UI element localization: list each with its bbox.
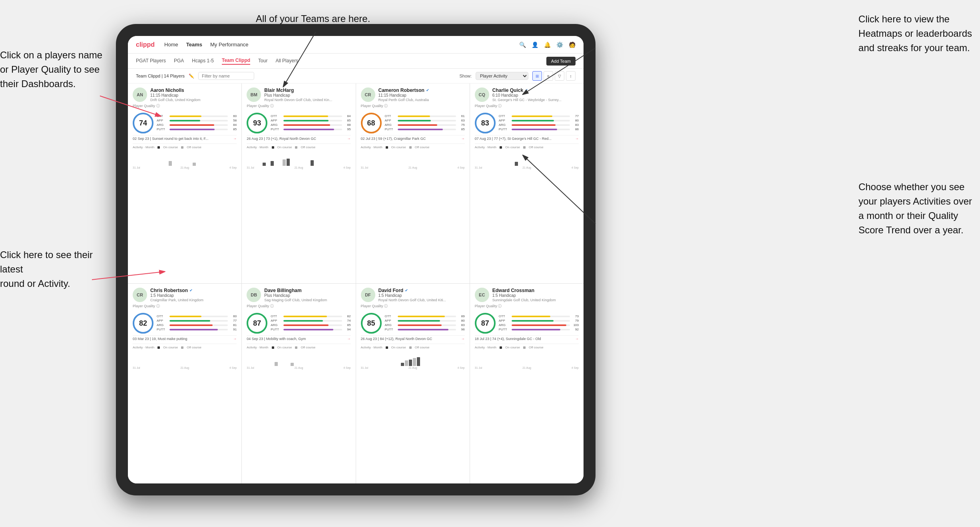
player-avatar: BM <box>247 88 261 102</box>
stat-row: APP 85 <box>271 119 351 122</box>
quality-score[interactable]: 82 <box>133 313 153 334</box>
recent-round[interactable]: 02 Jul 23 | 59 (+17), Craigmillar Park G… <box>361 135 465 142</box>
tab-pgat-players[interactable]: PGAT Players <box>136 58 166 64</box>
profile-icon[interactable]: 👤 <box>532 42 538 48</box>
sort-button[interactable]: ↕ <box>566 71 576 81</box>
stat-row: APP 80 <box>499 119 579 122</box>
ipad-screen: clippd Home Teams My Performance 🔍 👤 🔔 ⚙… <box>128 36 584 483</box>
stat-row: ARG 83 <box>499 123 579 127</box>
recent-round[interactable]: 02 Sep 23 | Sunset round to get back int… <box>133 135 237 142</box>
quality-label: Player Quality ⓘ <box>133 304 237 309</box>
player-card: AN Aaron Nicholls 11:15 Handicap Drift G… <box>128 84 241 283</box>
tab-team-clippd[interactable]: Team Clippd <box>222 58 250 65</box>
chart-labels: 31 Jul 21 Aug 4 Sep <box>133 366 237 369</box>
player-name[interactable]: Chris Robertson ✔ <box>150 288 237 293</box>
add-team-button[interactable]: Add Team <box>546 57 576 66</box>
stat-row: ARG 75 <box>385 123 465 127</box>
quality-label: Player Quality ⓘ <box>247 304 351 309</box>
stat-row: ARG 83 <box>385 323 465 327</box>
player-header: BM Blair McHarg Plus Handicap Royal Nort… <box>247 88 351 102</box>
player-club: Craigmillar Park, United Kingdom <box>150 298 237 302</box>
chart-bar <box>263 163 266 166</box>
stat-row: OTT 84 <box>271 114 351 118</box>
grid-view-button[interactable]: ⊞ <box>532 71 542 81</box>
player-card: EC Edward Crossman 1:5 Handicap Sunningd… <box>470 284 584 483</box>
stat-row: PUTT 86 <box>499 127 579 131</box>
quality-score[interactable]: 74 <box>133 113 153 133</box>
player-card: CR Chris Robertson ✔ 1:5 Handicap Craigm… <box>128 284 241 483</box>
quality-section: 83 OTT 77 APP 80 ARG 83 PUTT <box>475 113 579 133</box>
search-icon[interactable]: 🔍 <box>519 42 526 48</box>
on-course-dot <box>157 146 160 149</box>
player-header: CR Cameron Robertson ✔ 11:15 Handicap Ro… <box>361 88 465 102</box>
annotation-top-center: All of your Teams are here. <box>256 12 370 26</box>
stat-row: ARG 81 <box>157 323 237 327</box>
activity-section: Activity · Month On course Off course 31… <box>247 143 351 169</box>
quality-section: 74 OTT 60 APP 58 ARG 84 PUTT <box>133 113 237 133</box>
quality-score[interactable]: 93 <box>247 113 267 133</box>
player-card: DF David Ford ✔ 1:5 Handicap Royal North… <box>356 284 470 483</box>
stat-row: PUTT 85 <box>157 127 237 131</box>
player-name[interactable]: Cameron Robertson ✔ <box>378 88 465 93</box>
activity-chart <box>133 350 237 366</box>
player-avatar: CQ <box>475 88 489 102</box>
quality-score[interactable]: 68 <box>361 113 382 133</box>
recent-round[interactable]: 04 Sep 23 | Mobility with coach, Gym → <box>247 335 351 342</box>
team-label: Team Clippd | 14 Players <box>136 74 185 78</box>
tab-pga[interactable]: PGA <box>174 58 184 64</box>
player-header: DF David Ford ✔ 1:5 Handicap Royal North… <box>361 288 465 302</box>
filter-input[interactable] <box>198 72 254 80</box>
off-course-dot <box>295 346 297 349</box>
chart-bar <box>271 161 274 166</box>
quality-score[interactable]: 87 <box>475 313 496 334</box>
avatar-icon[interactable]: 🧑 <box>569 42 576 48</box>
nav-my-performance[interactable]: My Performance <box>210 40 248 49</box>
recent-round[interactable]: 26 Aug 23 | 73 (+1), Royal North Devon G… <box>247 135 351 142</box>
activity-chart <box>475 350 579 366</box>
activity-chart <box>361 350 465 366</box>
activity-section: Activity · Month On course Off course 31… <box>133 344 237 369</box>
activity-chart <box>247 350 351 366</box>
stat-row: PUTT 92 <box>499 328 579 331</box>
stats-rows: OTT 77 APP 80 ARG 83 PUTT 86 <box>499 114 579 132</box>
player-name[interactable]: Dave Billingham <box>264 288 351 293</box>
recent-round[interactable]: 07 Aug 23 | 77 (+7), St George's Hill GC… <box>475 135 579 142</box>
on-course-dot <box>272 346 274 349</box>
player-name[interactable]: Blair McHarg <box>264 88 351 93</box>
player-club: St. George's Hill GC - Weybridge - Surre… <box>492 98 579 102</box>
quality-score[interactable]: 87 <box>247 313 267 334</box>
filter-button[interactable]: ▽ <box>555 71 564 81</box>
player-card: CR Cameron Robertson ✔ 11:15 Handicap Ro… <box>356 84 470 283</box>
tab-hcaps[interactable]: Hcaps 1-5 <box>192 58 214 64</box>
tab-tour[interactable]: Tour <box>258 58 267 64</box>
stat-row: APP 80 <box>385 319 465 322</box>
chart-bar <box>291 363 294 366</box>
nav-teams[interactable]: Teams <box>186 40 202 49</box>
chart-bar <box>413 358 416 366</box>
recent-round[interactable]: 26 Aug 23 | 84 (+12), Royal North Devon … <box>361 335 465 342</box>
show-select[interactable]: Player Activity Quality Score Trend <box>476 72 528 80</box>
stat-row: ARG 88 <box>271 123 351 127</box>
chart-bar <box>405 360 408 366</box>
recent-round[interactable]: 18 Jul 23 | 74 (+4), Sunningdale GC - Ol… <box>475 335 579 342</box>
nav-home[interactable]: Home <box>164 40 178 49</box>
player-name[interactable]: Charlie Quick ✔ <box>492 88 579 93</box>
settings-icon[interactable]: ⚙️ <box>556 42 563 48</box>
app-logo[interactable]: clippd <box>136 41 155 48</box>
quality-score[interactable]: 85 <box>361 313 382 334</box>
player-name[interactable]: Edward Crossman <box>492 288 579 293</box>
player-name[interactable]: David Ford ✔ <box>378 288 465 293</box>
tab-all-players[interactable]: All Players <box>275 58 298 64</box>
player-name[interactable]: Aaron Nicholls <box>150 88 237 93</box>
stat-row: APP 79 <box>499 319 579 322</box>
recent-round[interactable]: 03 Mar 23 | 19, Must make putting → <box>133 335 237 342</box>
edit-icon[interactable]: ✏️ <box>189 74 194 79</box>
stat-row: OTT 82 <box>271 314 351 318</box>
quality-score[interactable]: 83 <box>475 113 496 133</box>
player-club: Sag Maging Golf Club, United Kingdom <box>264 298 351 302</box>
player-header: CQ Charlie Quick ✔ 6:10 Handicap St. Geo… <box>475 88 579 102</box>
bell-icon[interactable]: 🔔 <box>544 42 551 48</box>
list-view-button[interactable]: ≡ <box>544 71 553 81</box>
chart-bar <box>417 357 420 366</box>
player-club: Royal North Devon Golf Club, United Kin.… <box>264 98 351 102</box>
